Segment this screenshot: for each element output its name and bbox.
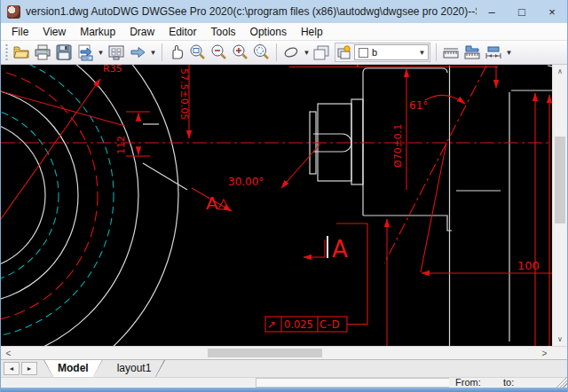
toolbar-separator [436,43,437,61]
fcf-value: 0.025 [284,318,313,331]
zoom-out-icon [209,43,229,61]
dim-dia70-text: Ø70±0.1 [392,124,404,168]
status-to-label: to: [503,377,514,388]
layer-color-swatch [359,48,368,58]
horizontal-scroll-track[interactable] [16,347,537,359]
sheet-tab-bar: ◄ ► Model layout1 [1,359,567,377]
section-a-label: A [332,236,348,263]
toolbar-separator [162,43,162,61]
tab-model-label: Model [58,362,89,374]
cad-drawing: 57.5±0.05 112 30.00° R35 61° Ø70±0.1 100… [1,65,552,346]
zoom-window-icon [188,43,208,61]
screen-layout-icon [107,43,125,61]
menu-bar: File View Markup Draw Editor Tools Optio… [1,23,567,41]
measure-area-icon [462,43,482,61]
vertical-scroll-track[interactable] [553,78,567,333]
layer-combo-dropdown-arrow[interactable]: ▼ [416,45,428,59]
open-file-button[interactable] [11,42,32,63]
app-window: version1.dwg AutoDWG DWGSee Pro 2020(c:\… [0,0,568,392]
menu-options[interactable]: Options [243,24,294,40]
measure-dropdown-arrow[interactable]: ▼ [504,42,514,63]
screen-layout-button[interactable] [106,42,127,63]
tab-next-button[interactable]: ► [21,362,37,375]
right-arrow-icon [129,43,146,61]
geometry-cyan-centerlines [1,65,114,339]
scroll-up-button[interactable]: ∧ [553,65,567,78]
datum-a-label: A [206,192,218,214]
scroll-down-button[interactable]: ∨ [553,333,567,346]
zoom-extents-button[interactable] [251,42,272,63]
layer-combobox[interactable]: b ▼ [354,44,429,60]
measure-length-button[interactable] [440,42,462,63]
dim-30-text: 30.00° [228,176,264,188]
status-from-label: From: [455,377,481,388]
toolbar-grip[interactable] [4,43,9,61]
dim-61-text: 61° [409,99,428,112]
maximize-button[interactable]: □ [507,0,537,23]
menu-draw[interactable]: Draw [122,24,162,40]
toolbar: into ▼ ▼ [1,41,567,65]
open-folder-icon [12,43,30,61]
go-arrow-button[interactable] [127,42,148,63]
title-bar: version1.dwg AutoDWG DWGSee Pro 2020(c:\… [1,0,567,23]
window-bottom-border [1,388,567,392]
menu-help[interactable]: Help [294,24,330,40]
layer-color-icon[interactable] [336,44,352,60]
drawing-canvas[interactable]: 57.5±0.05 112 30.00° R35 61° Ø70±0.1 100… [1,65,552,346]
pan-button[interactable] [166,42,187,63]
fcf-datum: C–D [320,318,340,331]
svg-text:into: into [83,56,90,60]
horizontal-scrollbar[interactable]: < > [1,346,567,359]
dim-57-5-text: 57.5±0.05 [178,68,190,120]
zoom-extents-icon [252,43,272,61]
markup-dropdown-arrow[interactable]: ▼ [302,42,312,63]
print-button[interactable] [32,42,53,63]
horizontal-scroll-thumb[interactable] [208,349,322,357]
zoom-window-button[interactable] [187,42,209,63]
convert-to-image-button[interactable]: into [75,42,96,63]
menu-file[interactable]: File [4,24,36,40]
menu-markup[interactable]: Markup [73,24,122,40]
tab-edge [155,360,165,377]
convert-dropdown-arrow[interactable]: ▼ [96,42,106,63]
save-button[interactable] [53,42,75,63]
zoom-in-icon [231,43,250,61]
scroll-right-button[interactable]: > [537,347,552,360]
fcf-symbol: ↗ [267,318,276,331]
tab-layout1[interactable]: layout1 [103,360,166,377]
status-coordinate-field [256,378,449,388]
scrollbar-corner [552,347,567,359]
close-button[interactable]: × [537,0,567,23]
layer-combo-group: b ▼ [335,43,430,62]
menu-editor[interactable]: Editor [162,24,203,40]
menu-tools[interactable]: Tools [204,24,243,40]
ellipse-markup-button[interactable] [280,42,302,63]
zoom-in-button[interactable] [230,42,251,63]
tab-layout1-label: layout1 [117,362,152,374]
vertical-scrollbar[interactable]: ∧ ∨ [552,65,567,346]
measure-distance-icon [484,43,503,61]
menu-view[interactable]: View [36,24,73,40]
go-arrow-dropdown[interactable]: ▼ [148,42,158,63]
measure-distance-button[interactable] [483,42,504,63]
zoom-out-button[interactable] [209,42,230,63]
layer-combo-value: b [372,47,416,58]
tab-edge [93,360,103,377]
minimize-button[interactable]: – [477,0,507,23]
dim-100-text: 100 [517,259,540,272]
tab-model[interactable]: Model [43,360,103,377]
tab-edge [43,360,53,377]
measure-length-icon [441,43,461,61]
measure-area-button[interactable] [462,42,483,63]
scroll-left-button[interactable]: < [1,347,16,360]
vertical-scroll-thumb[interactable] [555,137,565,223]
tab-prev-button[interactable]: ◄ [4,362,20,375]
pan-hand-icon [168,43,185,61]
resize-grip[interactable] [556,377,567,388]
toolbar-separator [276,43,277,61]
app-icon [7,5,20,19]
convert-into-icon: into [76,43,94,61]
dimension-texts: 57.5±0.05 112 30.00° R35 61° Ø70±0.1 100… [103,65,540,331]
window-title: version1.dwg AutoDWG DWGSee Pro 2020(c:\… [26,5,477,18]
layers-button[interactable] [312,42,333,63]
